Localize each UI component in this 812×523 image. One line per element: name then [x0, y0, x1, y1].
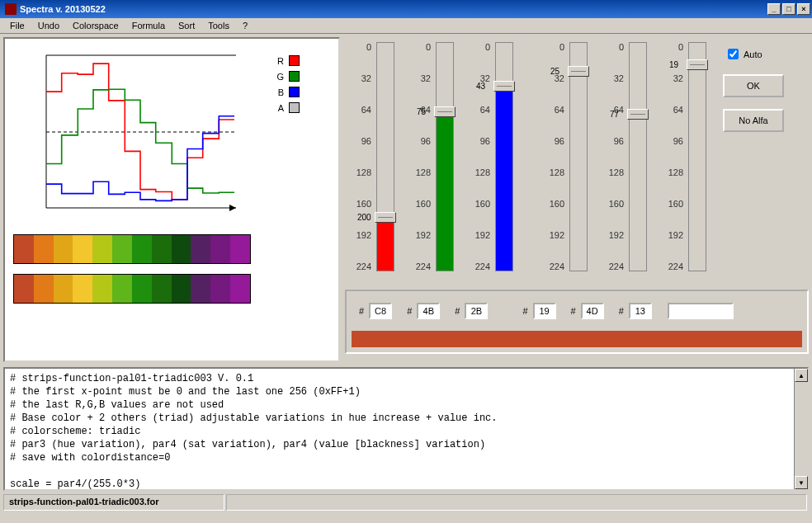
- close-button[interactable]: ×: [797, 3, 810, 15]
- palette-swatch: [230, 275, 250, 303]
- menu-formula[interactable]: Formula: [125, 19, 172, 32]
- menu-file[interactable]: File: [3, 19, 31, 32]
- window-title: Spectra v. 20130522: [20, 4, 766, 14]
- menu-colorspace[interactable]: Colorspace: [66, 19, 125, 32]
- scrollbar[interactable]: ▲ ▼: [794, 369, 807, 489]
- palette-swatch: [34, 275, 54, 303]
- palette-swatch: [92, 275, 112, 303]
- slider-3[interactable]: 0326496128160192224 25: [538, 37, 597, 285]
- hash-label: #: [407, 306, 412, 316]
- palette-swatch: [172, 235, 191, 263]
- status-filename: strips-function-pal01-triadic003.for: [3, 494, 224, 511]
- slider-value: 43: [476, 82, 485, 91]
- palette-swatch: [210, 275, 230, 303]
- slider-value: 200: [357, 213, 371, 222]
- slider-thumb[interactable]: 43: [493, 81, 515, 92]
- palette-swatch: [191, 235, 210, 263]
- status-bar: strips-function-pal01-triadic003.for: [3, 494, 809, 511]
- slider-thumb[interactable]: 19: [687, 59, 708, 70]
- legend-g-swatch: [289, 71, 300, 82]
- hash-label: #: [571, 306, 576, 316]
- palette-swatch: [132, 235, 152, 263]
- legend-r-label: R: [269, 56, 284, 66]
- palette-swatch: [152, 275, 172, 303]
- slider-thumb[interactable]: 25: [568, 66, 589, 77]
- hex-input-2[interactable]: 2B: [465, 303, 488, 319]
- palette-swatch: [73, 275, 92, 303]
- slider-ticks: 0326496128160192224: [657, 37, 688, 285]
- palette-swatch: [34, 235, 54, 263]
- slider-2[interactable]: 0326496128160192224 43: [464, 37, 523, 285]
- slider-value: 75: [417, 107, 426, 116]
- palette-swatch: [73, 235, 92, 263]
- legend-r-swatch: [289, 55, 300, 66]
- hex-input-3[interactable]: 19: [533, 303, 556, 319]
- slider-thumb[interactable]: 75: [434, 106, 456, 117]
- slider-value: 77: [610, 110, 619, 119]
- palette-swatch: [112, 275, 132, 303]
- legend-b-swatch: [289, 87, 300, 97]
- scroll-down-icon[interactable]: ▼: [795, 476, 808, 489]
- palette-swatch: [210, 235, 230, 263]
- sliders-panel: 0326496128160192224 200 0326496128160192…: [345, 37, 716, 285]
- palette-swatch: [14, 275, 34, 303]
- slider-ticks: 0326496128160192224: [404, 37, 436, 285]
- hex-input-4[interactable]: 4D: [581, 303, 604, 319]
- legend-a-swatch: [289, 102, 300, 113]
- slider-ticks: 0326496128160192224: [597, 37, 629, 285]
- hash-label: #: [619, 306, 624, 316]
- graph-pane: R G B A: [3, 37, 340, 362]
- slider-ticks: 0326496128160192224: [345, 37, 376, 285]
- palette-swatch: [54, 235, 73, 263]
- slider-1[interactable]: 0326496128160192224 75: [404, 37, 464, 285]
- menu-tools[interactable]: Tools: [201, 19, 236, 32]
- slider-thumb[interactable]: 77: [627, 109, 649, 120]
- legend-b-label: B: [269, 87, 284, 97]
- svg-marker-4: [229, 205, 236, 211]
- slider-value: 19: [669, 60, 678, 69]
- menu-sort[interactable]: Sort: [172, 19, 201, 32]
- palette-swatch: [14, 235, 34, 263]
- auto-checkbox[interactable]: [728, 49, 739, 59]
- palette-swatch: [191, 275, 210, 303]
- maximize-button[interactable]: □: [782, 3, 795, 15]
- menu-undo[interactable]: Undo: [31, 19, 66, 32]
- palette-swatch: [92, 235, 112, 263]
- hex-panel: # C8 # 4B # 2B # 19 # 4D # 13: [345, 290, 809, 354]
- palette-swatch: [230, 235, 250, 263]
- hex-input-5[interactable]: 13: [629, 303, 652, 319]
- minimize-button[interactable]: _: [767, 3, 781, 15]
- no-alfa-button[interactable]: No Alfa: [723, 109, 784, 132]
- app-icon: [5, 3, 17, 15]
- hash-label: #: [455, 306, 460, 316]
- palette-strip-2: [13, 274, 251, 304]
- hash-label: #: [359, 306, 364, 316]
- script-text-pane: # strips-function-pal01-triadic003 V. 0.…: [3, 367, 809, 491]
- palette-swatch: [172, 275, 191, 303]
- palette-swatch: [54, 275, 73, 303]
- menu-help[interactable]: ?: [236, 19, 254, 32]
- hex-input-1[interactable]: 4B: [417, 303, 440, 319]
- palette-swatch: [152, 235, 172, 263]
- hex-input-0[interactable]: C8: [369, 303, 392, 319]
- ok-button[interactable]: OK: [723, 74, 784, 97]
- slider-ticks: 0326496128160192224: [464, 37, 495, 285]
- hash-label: #: [522, 306, 527, 316]
- slider-5[interactable]: 0326496128160192224 19: [657, 37, 716, 285]
- slider-4[interactable]: 0326496128160192224 77: [597, 37, 657, 285]
- scroll-up-icon[interactable]: ▲: [795, 369, 808, 382]
- title-bar: Spectra v. 20130522 _ □ ×: [0, 0, 812, 18]
- rgb-curve-chart: [13, 47, 244, 224]
- slider-value: 25: [550, 67, 559, 76]
- palette-strip-1: [13, 234, 251, 264]
- legend-a-label: A: [269, 103, 284, 113]
- legend-g-label: G: [269, 72, 284, 82]
- result-color-bar: [352, 331, 802, 347]
- slider-0[interactable]: 0326496128160192224 200: [345, 37, 404, 285]
- slider-thumb[interactable]: 200: [375, 212, 396, 223]
- auto-label: Auto: [744, 49, 762, 59]
- script-text[interactable]: # strips-function-pal01-triadic003 V. 0.…: [5, 369, 807, 494]
- palette-swatch: [112, 235, 132, 263]
- menu-bar: File Undo Colorspace Formula Sort Tools …: [0, 18, 812, 34]
- palette-swatch: [132, 275, 152, 303]
